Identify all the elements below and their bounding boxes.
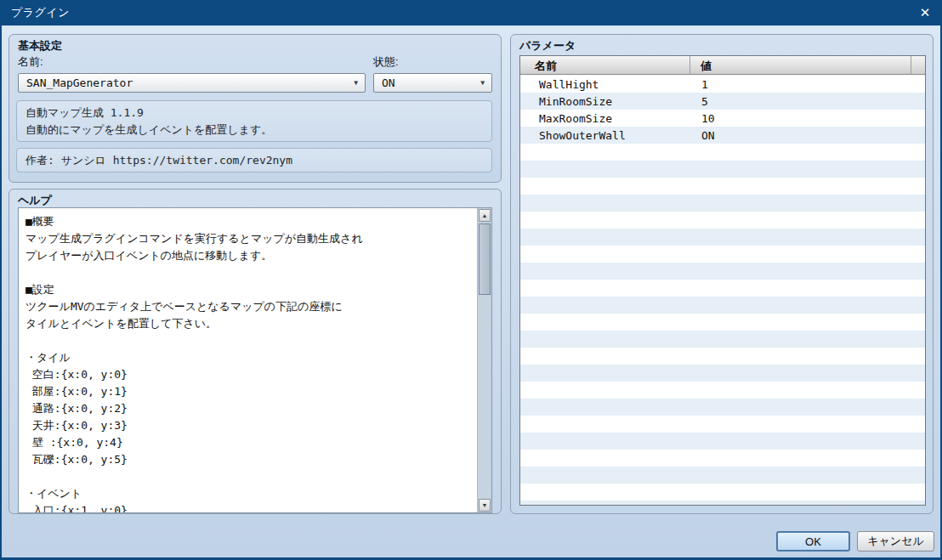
help-text: ■概要 マップ生成プラグインコマンドを実行するとマップが自動生成され プレイヤー… xyxy=(19,208,477,512)
chevron-down-icon: ▼ xyxy=(480,80,485,87)
param-name-cell: ShowOuterWall xyxy=(520,129,690,142)
basic-settings-title: 基本設定 xyxy=(18,38,62,54)
plugin-description-box: 自動マップ生成 1.1.9 自動的にマップを生成しイベントを配置します。 xyxy=(16,100,492,142)
plugin-name-label: 名前: xyxy=(18,54,43,70)
scroll-down-icon[interactable]: ▼ xyxy=(479,499,491,512)
dialog-content: 基本設定 名前: SAN_MapGenerator ▼ 状態: ON ▼ 自動マ… xyxy=(2,25,940,557)
column-header-value[interactable]: 値 xyxy=(690,56,911,74)
chevron-down-icon: ▼ xyxy=(354,80,358,87)
table-row[interactable]: MinRoomSize5 xyxy=(520,93,925,110)
plugin-status-select[interactable]: ON ▼ xyxy=(373,73,492,93)
column-header-name[interactable]: 名前 xyxy=(520,56,690,74)
param-name-cell: MaxRoomSize xyxy=(520,112,690,125)
param-value-cell: 10 xyxy=(690,112,925,125)
plugin-name-select[interactable]: SAN_MapGenerator ▼ xyxy=(18,73,366,93)
help-group: ヘルプ ■概要 マップ生成プラグインコマンドを実行するとマップが自動生成され プ… xyxy=(9,189,502,514)
plugin-description-line2: 自動的にマップを生成しイベントを配置します。 xyxy=(26,122,483,139)
scrollbar-thumb[interactable] xyxy=(479,223,491,295)
plugin-author-text: 作者: サンシロ https://twitter.com/rev2nym xyxy=(26,152,483,169)
plugin-description-line1: 自動マップ生成 1.1.9 xyxy=(26,105,483,122)
scroll-up-icon[interactable]: ▲ xyxy=(479,209,491,222)
plugin-dialog: プラグイン ✕ 基本設定 名前: SAN_MapGenerator ▼ 状態: … xyxy=(0,0,942,560)
titlebar: プラグイン ✕ xyxy=(0,0,942,25)
parameter-table-header: 名前 値 xyxy=(520,56,925,75)
parameters-group: パラメータ 名前 値 WallHight1MinRoomSize5MaxRoom… xyxy=(510,34,933,514)
param-value-cell: ON xyxy=(690,129,925,142)
plugin-status-value: ON xyxy=(382,76,395,89)
ok-button[interactable]: OK xyxy=(776,531,850,552)
table-row[interactable]: MaxRoomSize10 xyxy=(520,110,925,127)
parameters-title: パラメータ xyxy=(519,38,576,54)
help-scrollbar[interactable]: ▲ ▼ xyxy=(477,208,491,512)
param-name-cell: WallHight xyxy=(520,78,690,91)
table-row[interactable]: ShowOuterWallON xyxy=(520,127,925,144)
plugin-status-label: 状態: xyxy=(373,54,399,70)
param-value-cell: 1 xyxy=(690,78,925,91)
column-header-stub xyxy=(911,56,925,74)
plugin-name-value: SAN_MapGenerator xyxy=(26,76,133,89)
param-table-body: WallHight1MinRoomSize5MaxRoomSize10ShowO… xyxy=(520,76,925,505)
plugin-author-box: 作者: サンシロ https://twitter.com/rev2nym xyxy=(16,148,492,173)
cancel-button[interactable]: キャンセル xyxy=(857,531,934,552)
help-textarea[interactable]: ■概要 マップ生成プラグインコマンドを実行するとマップが自動生成され プレイヤー… xyxy=(18,207,492,513)
table-row[interactable]: WallHight1 xyxy=(520,76,925,93)
help-title: ヘルプ xyxy=(18,193,52,208)
window-title: プラグイン xyxy=(11,5,70,20)
close-icon[interactable]: ✕ xyxy=(915,3,935,22)
param-value-cell: 5 xyxy=(690,95,925,108)
param-name-cell: MinRoomSize xyxy=(520,95,690,108)
basic-settings-group: 基本設定 名前: SAN_MapGenerator ▼ 状態: ON ▼ 自動マ… xyxy=(9,34,502,183)
parameter-table: 名前 値 WallHight1MinRoomSize5MaxRoomSize10… xyxy=(519,55,926,506)
